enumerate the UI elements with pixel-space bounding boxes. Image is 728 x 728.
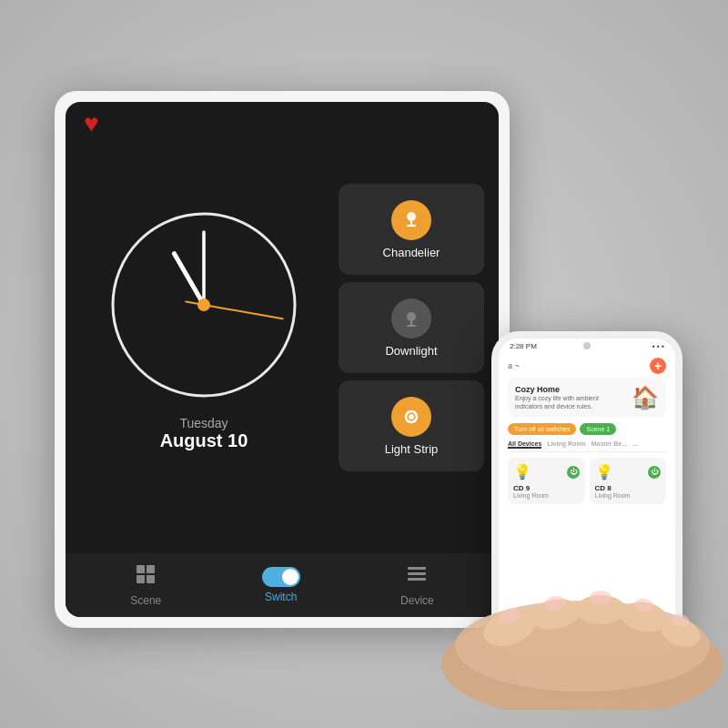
- toggle-knob: [282, 569, 298, 585]
- device-tabs: All Devices Living Room Master Be... ...: [508, 440, 666, 452]
- svg-rect-10: [407, 325, 416, 327]
- svg-point-5: [407, 212, 416, 221]
- svg-point-12: [409, 414, 414, 420]
- device-cd8-power[interactable]: ⏻: [648, 466, 661, 479]
- action-buttons: Turn off all switches Scene 1: [508, 423, 666, 435]
- phone-time: 2:28 PM: [510, 342, 537, 350]
- phone-camera: [583, 342, 591, 349]
- promo-description: Enjoy a cozy life with ambient indicator…: [515, 394, 626, 410]
- svg-rect-16: [147, 575, 155, 583]
- date-full: August 10: [160, 430, 248, 451]
- light-strip-card[interactable]: Light Strip: [339, 380, 484, 471]
- phone-battery: ▪ ▪ ▪: [652, 342, 664, 350]
- chandelier-icon-circle: [391, 200, 431, 240]
- svg-point-29: [590, 591, 612, 605]
- chandelier-card[interactable]: Chandelier: [339, 184, 484, 275]
- clock-section: ♥: [80, 116, 328, 539]
- svg-rect-18: [408, 572, 426, 575]
- panel-nav: Scene Switch: [66, 553, 499, 617]
- chandelier-label: Chandelier: [383, 246, 440, 259]
- phone-content: a ~ + Cozy Home Enjoy a cozy life with a…: [499, 354, 675, 513]
- nav-item-scene[interactable]: Scene: [130, 563, 161, 607]
- add-button[interactable]: +: [650, 358, 666, 374]
- panel-main: ♥: [66, 102, 499, 553]
- smart-panel[interactable]: ♥: [55, 91, 510, 628]
- svg-rect-15: [136, 575, 145, 583]
- device-label: Device: [400, 594, 434, 607]
- devices-grid: 💡 ⏻ CD 9 Living Room 💡 ⏻ CD 8: [508, 458, 666, 504]
- turn-off-all-button[interactable]: Turn off all switches: [508, 423, 576, 435]
- date-day: Tuesday: [160, 416, 248, 430]
- downlight-icon-circle: [391, 298, 431, 339]
- svg-rect-7: [407, 225, 416, 227]
- scene-icon: [135, 563, 157, 591]
- svg-rect-14: [147, 565, 155, 573]
- promo-title: Cozy Home: [515, 385, 626, 394]
- device-icon: [406, 563, 428, 591]
- promo-card: Cozy Home Enjoy a cozy life with ambient…: [508, 378, 666, 418]
- scene-container: ♥: [0, 0, 728, 728]
- clock-face: [104, 205, 304, 405]
- svg-point-4: [197, 298, 210, 311]
- device-card-cd8[interactable]: 💡 ⏻ CD 8 Living Room: [590, 458, 667, 504]
- device-cd8-name: CD 8: [595, 484, 662, 492]
- switch-toggle[interactable]: [262, 567, 300, 587]
- device-cd9-icon: 💡: [513, 463, 531, 480]
- tab-living-room[interactable]: Living Room: [547, 440, 585, 449]
- device-cd8-top: 💡 ⏻: [595, 463, 662, 480]
- panel-screen: ♥: [66, 102, 499, 617]
- tab-all-devices[interactable]: All Devices: [508, 440, 541, 449]
- nav-item-switch[interactable]: Switch: [262, 567, 300, 603]
- switch-label: Switch: [265, 591, 297, 603]
- device-cd8-icon: 💡: [595, 463, 613, 480]
- svg-point-8: [407, 312, 416, 321]
- svg-rect-17: [408, 567, 426, 570]
- device-cd9-name: CD 9: [513, 484, 580, 492]
- tab-master-bedroom[interactable]: Master Be...: [592, 440, 627, 449]
- app-logo: a ~: [508, 361, 520, 370]
- svg-rect-19: [408, 578, 426, 581]
- scene-label: Scene: [130, 594, 161, 607]
- device-card-cd9[interactable]: 💡 ⏻ CD 9 Living Room: [508, 458, 585, 504]
- downlight-card[interactable]: Downlight: [339, 282, 484, 373]
- svg-rect-13: [136, 565, 145, 573]
- phone-container: 2:28 PM ▪ ▪ ▪ a ~ + Cozy Home Enjoy a co…: [491, 331, 682, 655]
- device-cd9-top: 💡 ⏻: [513, 463, 580, 480]
- promo-text: Cozy Home Enjoy a cozy life with ambient…: [515, 385, 626, 410]
- heart-icon: ♥: [84, 109, 99, 138]
- svg-line-1: [175, 253, 205, 304]
- date-section: Tuesday August 10: [160, 416, 248, 451]
- home-icon: 🏠: [632, 385, 659, 410]
- phone-app-header: a ~ +: [508, 354, 666, 378]
- downlight-label: Downlight: [385, 344, 437, 358]
- nav-item-device[interactable]: Device: [400, 563, 434, 607]
- device-cd9-location: Living Room: [513, 492, 580, 499]
- light-strip-label: Light Strip: [385, 442, 439, 456]
- light-strip-icon-circle: [391, 397, 431, 437]
- device-cd9-power[interactable]: ⏻: [567, 466, 580, 479]
- right-controls: Chandelier Downlight: [339, 116, 484, 539]
- scene-1-button[interactable]: Scene 1: [580, 423, 616, 435]
- device-cd8-location: Living Room: [595, 492, 662, 499]
- tab-more[interactable]: ...: [632, 440, 638, 449]
